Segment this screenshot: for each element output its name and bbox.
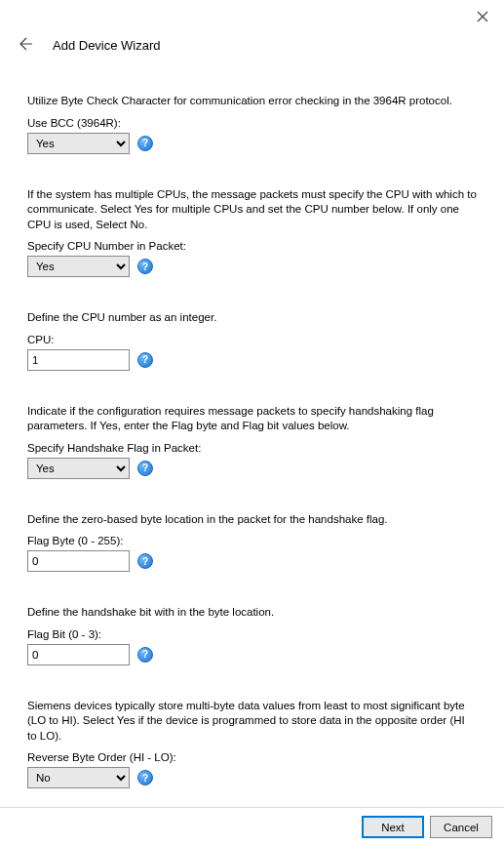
section-bcc: Utilize Byte Check Character for communi…: [27, 94, 477, 154]
select-hsflag[interactable]: YesNo: [27, 458, 130, 479]
help-icon[interactable]: ?: [137, 136, 153, 151]
page-title: Add Device Wizard: [53, 38, 161, 53]
help-icon[interactable]: ?: [137, 259, 153, 274]
next-button[interactable]: Next: [362, 816, 424, 838]
section-cpunum: If the system has multiple CPUs, the mes…: [27, 187, 477, 278]
help-icon[interactable]: ?: [137, 770, 153, 786]
help-icon[interactable]: ?: [137, 553, 153, 569]
close-button[interactable]: [473, 8, 492, 27]
desc-cpunum: If the system has multiple CPUs, the mes…: [27, 187, 477, 233]
desc-hsflag: Indicate if the configuration requires m…: [27, 404, 477, 434]
select-revbyte[interactable]: YesNo: [27, 767, 130, 788]
label-cpu: CPU:: [27, 334, 477, 345]
footer: Next Cancel: [0, 807, 504, 846]
desc-bcc: Utilize Byte Check Character for communi…: [27, 94, 477, 109]
label-hsflag: Specify Handshake Flag in Packet:: [27, 442, 477, 454]
input-flagbyte[interactable]: [27, 550, 130, 572]
desc-flagbit: Define the handshake bit with in the byt…: [27, 605, 477, 621]
label-revbyte: Reverse Byte Order (HI - LO):: [27, 751, 477, 763]
section-cpu: Define the CPU number as an integer. CPU…: [27, 310, 477, 371]
label-bcc: Use BCC (3964R):: [27, 117, 477, 129]
section-revbyte: Siemens devices typically store multi-by…: [27, 699, 477, 789]
desc-revbyte: Siemens devices typically store multi-by…: [27, 699, 477, 745]
label-flagbyte: Flag Byte (0 - 255):: [27, 535, 477, 546]
desc-flagbyte: Define the zero-based byte location in t…: [27, 512, 477, 528]
cancel-button[interactable]: Cancel: [430, 816, 492, 838]
help-icon[interactable]: ?: [137, 352, 153, 368]
section-hsflag: Indicate if the configuration requires m…: [27, 404, 477, 479]
content: Utilize Byte Check Character for communi…: [0, 62, 504, 831]
label-cpunum: Specify CPU Number in Packet:: [27, 240, 477, 252]
header: Add Device Wizard: [0, 0, 504, 62]
select-cpunum[interactable]: YesNo: [27, 256, 130, 277]
help-icon[interactable]: ?: [137, 461, 153, 476]
select-bcc[interactable]: YesNo: [27, 133, 130, 154]
help-icon[interactable]: ?: [137, 647, 153, 663]
input-cpu[interactable]: [27, 349, 130, 371]
label-flagbit: Flag Bit (0 - 3):: [27, 628, 477, 640]
back-button[interactable]: [16, 35, 35, 55]
input-flagbit[interactable]: [27, 644, 130, 665]
desc-cpu: Define the CPU number as an integer.: [27, 310, 477, 326]
section-flagbit: Define the handshake bit with in the byt…: [27, 605, 477, 665]
section-flagbyte: Define the zero-based byte location in t…: [27, 512, 477, 573]
